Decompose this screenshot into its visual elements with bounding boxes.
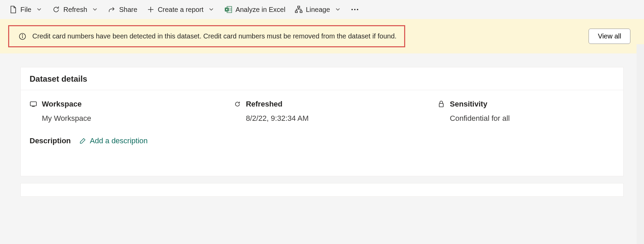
sensitivity-section: Sensitivity Confidential for all bbox=[437, 100, 614, 123]
chevron-down-icon bbox=[91, 6, 99, 13]
workspace-value: My Workspace bbox=[30, 114, 207, 123]
plus-icon bbox=[147, 6, 154, 13]
svg-rect-6 bbox=[295, 11, 297, 13]
analyze-excel-button[interactable]: Analyze in Excel bbox=[225, 6, 285, 14]
share-button[interactable]: Share bbox=[108, 6, 137, 14]
svg-rect-14 bbox=[30, 102, 36, 106]
add-description-link[interactable]: Add a description bbox=[79, 136, 148, 145]
svg-rect-5 bbox=[298, 6, 300, 8]
content-area: Dataset details Workspace My Workspace bbox=[0, 53, 644, 197]
excel-icon bbox=[225, 6, 232, 13]
next-card-placeholder bbox=[20, 183, 624, 197]
chevron-down-icon bbox=[35, 6, 43, 13]
svg-point-8 bbox=[351, 9, 353, 10]
notification-message: Credit card numbers have been detected i… bbox=[32, 32, 397, 40]
edit-icon bbox=[79, 137, 86, 145]
description-label: Description bbox=[30, 136, 71, 145]
workspace-section: Workspace My Workspace bbox=[30, 100, 207, 123]
workspace-label: Workspace bbox=[42, 100, 82, 109]
refresh-label: Refresh bbox=[63, 6, 87, 14]
file-menu[interactable]: File bbox=[10, 6, 43, 14]
view-all-button[interactable]: View all bbox=[589, 29, 630, 44]
refreshed-label: Refreshed bbox=[246, 100, 283, 109]
notification-highlight: Credit card numbers have been detected i… bbox=[8, 25, 405, 47]
more-options-button[interactable] bbox=[351, 6, 359, 13]
ellipsis-icon bbox=[351, 6, 359, 13]
card-header: Dataset details bbox=[21, 67, 623, 90]
share-label: Share bbox=[119, 6, 137, 14]
svg-point-10 bbox=[357, 9, 358, 10]
notification-banner: Credit card numbers have been detected i… bbox=[0, 19, 644, 53]
lineage-label: Lineage bbox=[306, 6, 330, 14]
sensitivity-value: Confidential for all bbox=[437, 114, 614, 123]
add-description-text: Add a description bbox=[90, 136, 148, 145]
svg-rect-7 bbox=[300, 11, 302, 13]
toolbar: File Refresh Share Create a report bbox=[0, 0, 644, 19]
file-icon bbox=[10, 6, 17, 13]
refreshed-icon bbox=[234, 100, 241, 108]
refresh-icon bbox=[52, 6, 60, 13]
create-report-menu[interactable]: Create a report bbox=[147, 6, 215, 14]
refreshed-value: 8/2/22, 9:32:34 AM bbox=[234, 114, 411, 123]
lock-icon bbox=[437, 100, 445, 108]
sensitivity-label: Sensitivity bbox=[450, 100, 487, 109]
chevron-down-icon bbox=[334, 6, 342, 13]
dataset-details-card: Dataset details Workspace My Workspace bbox=[20, 67, 624, 176]
lineage-icon bbox=[295, 6, 302, 13]
analyze-excel-label: Analyze in Excel bbox=[235, 6, 285, 14]
create-report-label: Create a report bbox=[158, 6, 204, 14]
refresh-menu[interactable]: Refresh bbox=[52, 6, 99, 14]
lineage-menu[interactable]: Lineage bbox=[295, 6, 342, 14]
chevron-down-icon bbox=[208, 6, 215, 13]
workspace-icon bbox=[30, 100, 37, 108]
svg-rect-16 bbox=[439, 103, 443, 107]
share-icon bbox=[108, 6, 116, 13]
svg-point-9 bbox=[354, 9, 356, 10]
scrollbar[interactable] bbox=[637, 44, 644, 204]
file-label: File bbox=[20, 6, 31, 14]
info-icon bbox=[19, 33, 26, 40]
svg-point-13 bbox=[22, 34, 23, 35]
refreshed-section: Refreshed 8/2/22, 9:32:34 AM bbox=[234, 100, 411, 123]
card-title: Dataset details bbox=[30, 74, 614, 84]
